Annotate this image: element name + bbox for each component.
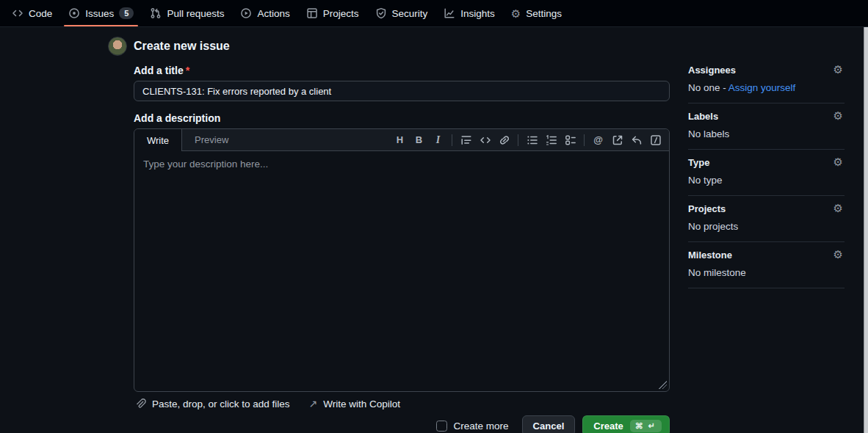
assignees-value: No one - Assign yourself xyxy=(688,82,845,93)
page-header: Create new issue xyxy=(108,37,670,56)
milestone-label: Milestone xyxy=(688,250,732,261)
play-icon xyxy=(240,7,252,19)
code-icon xyxy=(12,7,23,19)
type-settings-button[interactable]: ⚙ xyxy=(832,156,845,168)
page-title: Create new issue xyxy=(134,40,230,53)
nav-tab-label: Settings xyxy=(526,8,562,19)
nav-tab-label: Actions xyxy=(257,8,289,19)
issue-title-input[interactable] xyxy=(134,81,670,101)
graph-icon xyxy=(444,7,455,19)
labels-value: No labels xyxy=(688,128,845,139)
projects-value: No projects xyxy=(688,221,845,232)
list-ordered-icon[interactable] xyxy=(542,131,560,149)
toolbar-divider xyxy=(452,134,452,146)
sidebar-section-projects: Projects ⚙ No projects xyxy=(688,196,845,242)
assign-yourself-link[interactable]: Assign yourself xyxy=(728,82,796,93)
gear-icon: ⚙ xyxy=(833,156,843,168)
shield-icon xyxy=(375,7,387,19)
required-marker: * xyxy=(186,65,189,76)
list-unordered-icon[interactable] xyxy=(523,131,541,149)
mention-icon[interactable]: @ xyxy=(589,131,607,149)
nav-tab-label: Projects xyxy=(323,8,359,19)
nav-tab-pull-requests[interactable]: Pull requests xyxy=(142,0,231,26)
write-with-copilot-label: Write with Copilot xyxy=(323,399,400,410)
editor-footer: Paste, drop, or click to add files ↗ Wri… xyxy=(134,396,670,411)
new-issue-form: Create new issue Add a title* Add a desc… xyxy=(108,37,670,433)
sidebar-section-milestone: Milestone ⚙ No milestone xyxy=(688,242,845,288)
quote-icon[interactable] xyxy=(457,131,475,149)
tab-write[interactable]: Write xyxy=(134,129,182,151)
title-label: Add a title* xyxy=(134,65,670,76)
nav-tab-actions[interactable]: Actions xyxy=(233,0,297,26)
create-button-label: Create xyxy=(593,421,623,432)
gear-icon: ⚙ xyxy=(833,202,843,214)
nav-tab-insights[interactable]: Insights xyxy=(436,0,502,26)
create-more-checkbox[interactable] xyxy=(436,421,447,432)
cancel-button[interactable]: Cancel xyxy=(522,415,576,433)
create-more-label: Create more xyxy=(454,421,509,432)
nav-tab-issues[interactable]: Issues 5 xyxy=(61,0,141,26)
sidebar-section-type: Type ⚙ No type xyxy=(688,150,845,196)
nav-tab-label: Security xyxy=(392,8,428,19)
assignees-settings-button[interactable]: ⚙ xyxy=(832,64,845,76)
issue-opened-icon xyxy=(68,7,80,19)
toolbar-divider xyxy=(518,134,518,146)
tasklist-icon[interactable] xyxy=(561,131,579,149)
issue-description-textarea[interactable] xyxy=(134,151,669,391)
description-label: Add a description xyxy=(134,112,670,124)
gear-icon: ⚙ xyxy=(511,8,521,19)
nav-tab-label: Insights xyxy=(460,8,495,19)
gear-icon: ⚙ xyxy=(833,63,843,76)
editor-header: Write Preview H B I xyxy=(134,129,669,151)
issues-count-badge: 5 xyxy=(119,7,134,19)
projects-label: Projects xyxy=(688,203,726,214)
issue-metadata-sidebar: Assignees ⚙ No one - Assign yourself Lab… xyxy=(688,64,845,433)
nav-tab-label: Pull requests xyxy=(167,8,224,19)
resize-handle[interactable] xyxy=(659,381,667,389)
gear-icon: ⚙ xyxy=(833,109,843,122)
heading-icon[interactable]: H xyxy=(391,131,409,149)
nav-tab-security[interactable]: Security xyxy=(368,0,435,26)
page-content: Create new issue Add a title* Add a desc… xyxy=(0,27,868,433)
milestone-settings-button[interactable]: ⚙ xyxy=(832,249,845,261)
markdown-editor: Write Preview H B I xyxy=(134,128,670,392)
toolbar-divider xyxy=(584,134,585,146)
vertical-scrollbar[interactable] xyxy=(864,27,868,433)
keyboard-shortcut-badge: ⌘ ↵ xyxy=(630,420,662,432)
editor-body xyxy=(134,151,669,391)
git-pull-request-icon xyxy=(150,7,162,19)
tab-preview[interactable]: Preview xyxy=(182,129,241,150)
nav-tab-code[interactable]: Code xyxy=(4,0,59,26)
nav-tab-label: Code xyxy=(29,8,52,19)
attach-files-button[interactable]: Paste, drop, or click to add files xyxy=(134,399,292,410)
assignees-label: Assignees xyxy=(688,65,736,76)
labels-label: Labels xyxy=(688,111,718,122)
reply-icon[interactable] xyxy=(627,131,645,149)
link-icon[interactable] xyxy=(495,131,513,149)
table-icon xyxy=(306,7,318,19)
create-button[interactable]: Create ⌘ ↵ xyxy=(582,415,670,433)
sidebar-section-assignees: Assignees ⚙ No one - Assign yourself xyxy=(688,64,845,103)
bold-icon[interactable]: B xyxy=(410,131,428,149)
nav-tab-projects[interactable]: Projects xyxy=(299,0,366,26)
type-label: Type xyxy=(688,157,709,168)
italic-icon[interactable]: I xyxy=(429,131,447,149)
nav-tab-settings[interactable]: ⚙ Settings xyxy=(504,0,569,26)
cross-reference-icon[interactable] xyxy=(608,131,626,149)
form-actions: Create more Cancel Create ⌘ ↵ xyxy=(134,415,670,433)
slash-command-icon[interactable] xyxy=(646,131,665,149)
sidebar-section-labels: Labels ⚙ No labels xyxy=(688,103,845,150)
gear-icon: ⚙ xyxy=(833,248,843,261)
paperclip-icon xyxy=(135,399,146,410)
write-with-copilot-button[interactable]: ↗ Write with Copilot xyxy=(308,399,402,410)
milestone-value: No milestone xyxy=(688,267,845,278)
nav-tab-label: Issues xyxy=(85,8,114,19)
code-icon[interactable] xyxy=(476,131,494,149)
create-more-toggle[interactable]: Create more xyxy=(436,421,509,432)
attach-files-label: Paste, drop, or click to add files xyxy=(152,399,290,410)
markdown-toolbar: H B I xyxy=(391,129,669,150)
type-value: No type xyxy=(688,175,845,186)
labels-settings-button[interactable]: ⚙ xyxy=(832,110,845,122)
avatar xyxy=(108,37,127,56)
projects-settings-button[interactable]: ⚙ xyxy=(832,203,845,214)
